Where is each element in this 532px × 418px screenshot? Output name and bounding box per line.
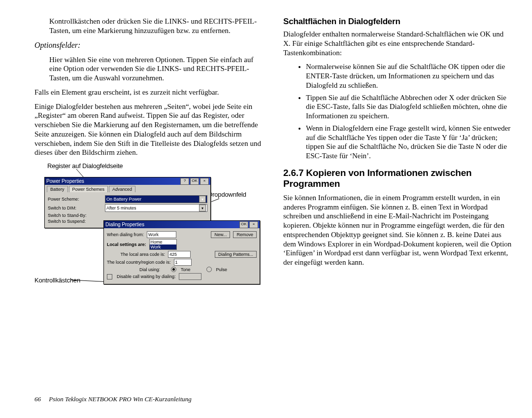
section-2-6-7-heading: 2.6.7 Kopieren von Informationen zwische… — [283, 168, 512, 189]
pulse-label: Pulse — [216, 267, 228, 272]
tab-power-schemes[interactable]: Power Schemes — [69, 186, 108, 192]
power-title: Power Properties — [46, 178, 84, 184]
area-code-label: The local area code is: — [107, 252, 165, 257]
dial-from-field[interactable]: Work — [147, 231, 176, 238]
close-icon[interactable]: × — [200, 178, 209, 185]
tone-radio[interactable] — [171, 267, 176, 272]
dialing-patterns-button[interactable]: Dialing Patterns... — [215, 251, 257, 258]
callout-register: Register auf Dialogfeldseite — [47, 162, 123, 170]
switch-dim-value: After 5 minutes — [106, 206, 136, 210]
copy-between-programs-para: Sie können Informationen, die in einem P… — [283, 193, 512, 267]
disable-call-waiting-label: Disable call waiting by dialing: — [117, 274, 176, 279]
page: Kontrollkästchen oder drücken Sie die LI… — [0, 0, 532, 418]
dialog-buttons-intro: Dialogfelder enthalten normalerweise Sta… — [283, 30, 512, 57]
local-settings-label: Local settings are: — [107, 242, 146, 247]
ok-button[interactable]: OK — [239, 221, 248, 228]
tab-advanced[interactable]: Advanced — [109, 186, 135, 192]
two-columns: Kontrollkästchen oder drücken Sie die LI… — [34, 15, 512, 305]
disable-call-waiting-checkbox[interactable] — [107, 274, 112, 279]
footer-title: Psion Teklogix NETBOOK PRO Win CE-Kurzan… — [49, 395, 192, 403]
pages-para: Einige Dialogfelder bestehen aus mehrere… — [34, 102, 264, 158]
chevron-down-icon[interactable]: ▾ — [199, 196, 206, 203]
dial-using-label: Dial using: — [139, 267, 160, 272]
dialing-properties-dialog: Dialing Properties OK × When dialing fro… — [103, 220, 260, 284]
dialog-screenshot: Register auf Dialogfeldseite Dropdownfel… — [34, 162, 261, 305]
switch-suspend-label: Switch to Suspend: — [48, 219, 102, 224]
help-icon[interactable]: ? — [180, 178, 189, 185]
page-number: 66 — [34, 395, 41, 403]
switch-standby-label: Switch to Stand-By: — [48, 213, 102, 218]
dialing-titlebar[interactable]: Dialing Properties OK × — [104, 221, 260, 228]
dialog-buttons-heading: Schaltflächen in Dialogfeldern — [283, 17, 512, 27]
remove-button[interactable]: Remove — [233, 231, 257, 238]
close-icon[interactable]: × — [249, 221, 258, 228]
tone-label: Tone — [181, 267, 191, 272]
dial-from-label: When dialing from: — [107, 232, 144, 237]
page-footer: 66 Psion Teklogix NETBOOK PRO Win CE-Kur… — [34, 395, 192, 403]
power-scheme-dropdown[interactable]: On Battery Power ▾ — [105, 195, 207, 203]
option-work[interactable]: Work — [150, 244, 176, 249]
call-waiting-field — [179, 273, 201, 280]
dialing-title: Dialing Properties — [105, 222, 144, 227]
callout-kontroll: Kontrollkästchen — [34, 277, 80, 284]
button-rules-list: Normalerweise können Sie auf die Schaltf… — [283, 62, 512, 161]
pulse-radio[interactable] — [206, 267, 212, 272]
callout-dropdown: Dropdownfeld — [208, 191, 246, 198]
left-column: Kontrollkästchen oder drücken Sie die LI… — [34, 15, 264, 305]
list-item: Normalerweise können Sie auf die Schaltf… — [306, 62, 512, 90]
optionsfelder-body: Hier wählen Sie eine von mehreren Option… — [34, 55, 264, 83]
power-scheme-value: On Battery Power — [106, 197, 141, 202]
area-code-field[interactable]: 425 — [168, 251, 191, 258]
switch-dim-label: Switch to DIM: — [48, 206, 102, 210]
power-scheme-label: Power Scheme: — [48, 197, 102, 202]
tab-battery[interactable]: Battery — [47, 186, 68, 192]
right-column: Schaltflächen in Dialogfeldern Dialogfel… — [283, 15, 512, 305]
ok-button[interactable]: OK — [190, 178, 199, 185]
list-item: Tippen Sie auf die Schaltfläche Abbreche… — [306, 93, 512, 121]
optionsfelder-heading: Optionsfelder: — [34, 40, 264, 50]
location-listbox[interactable]: Home Work — [149, 239, 177, 250]
new-button[interactable]: New... — [211, 231, 230, 238]
grey-elements-para: Falls ein Element grau erscheint, ist es… — [34, 88, 264, 97]
option-home[interactable]: Home — [150, 240, 176, 244]
switch-dim-dropdown[interactable]: After 5 minutes ▾ — [105, 204, 207, 212]
country-code-field[interactable]: 1 — [174, 259, 192, 266]
power-tabs: Battery Power Schemes Advanced — [45, 185, 210, 192]
power-titlebar[interactable]: Power Properties ? OK × — [45, 177, 210, 185]
dialing-body: When dialing from: Work New... Remove Lo… — [104, 228, 260, 284]
list-item: Wenn in Dialogfeldern eine Frage gestell… — [306, 124, 512, 161]
checkbox-continuation: Kontrollkästchen oder drücken Sie die LI… — [34, 17, 264, 35]
country-code-label: The local country/region code is: — [107, 260, 171, 265]
chevron-down-icon[interactable]: ▾ — [199, 205, 206, 211]
